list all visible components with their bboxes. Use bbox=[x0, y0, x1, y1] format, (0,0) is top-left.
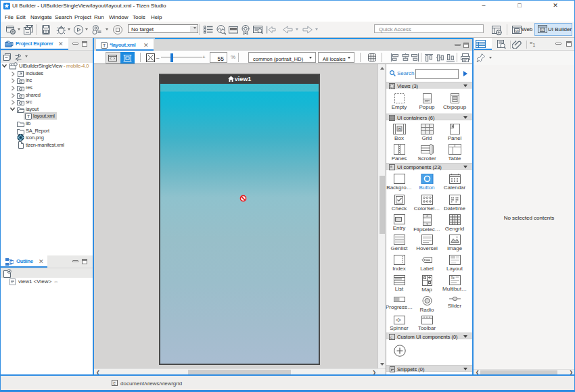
svg-text:c: c bbox=[390, 335, 392, 339]
svg-text:e: e bbox=[113, 381, 116, 385]
svg-text:B: B bbox=[398, 127, 400, 131]
svg-text:UI: UI bbox=[541, 28, 545, 32]
svg-text:Tx: Tx bbox=[451, 276, 455, 280]
svg-text:T: T bbox=[103, 43, 106, 48]
svg-text:‹0›: ‹0› bbox=[396, 318, 401, 322]
svg-text:W: W bbox=[515, 29, 520, 33]
